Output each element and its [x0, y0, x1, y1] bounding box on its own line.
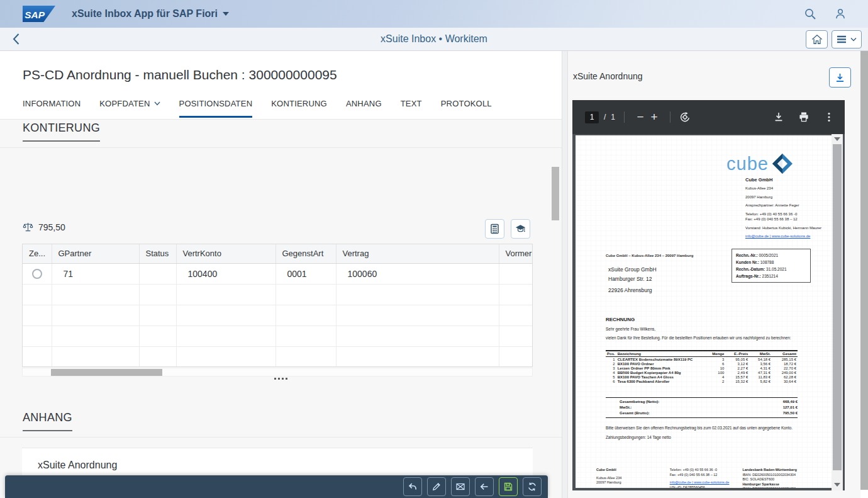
tab-anhang[interactable]: ANHANG — [346, 99, 382, 118]
table-row-empty[interactable] — [23, 346, 533, 367]
table-row-empty[interactable] — [23, 325, 533, 346]
refresh-button[interactable] — [523, 477, 542, 496]
calculate-button[interactable] — [485, 219, 504, 239]
viewer-title: xSuite Anordnung — [573, 71, 643, 81]
pdf-vertical-scrollbar[interactable] — [832, 134, 843, 490]
invoice-recipient: xSuite Group GmbH Hamburger Str. 12 2292… — [608, 265, 657, 295]
invoice-payment-terms: Zahlungsbedingungen: 14 Tage netto — [606, 435, 671, 439]
svg-text:SAP: SAP — [25, 9, 45, 20]
app-title: xSuite Inbox App für SAP Fiori — [72, 8, 218, 20]
pdf-download-icon[interactable] — [773, 111, 784, 123]
undo-icon — [408, 482, 418, 492]
tab-positionsdaten[interactable]: POSITIONSDATEN — [179, 99, 253, 118]
section-kontierung-header: KONTIERUNG — [0, 120, 562, 148]
tab-protokoll[interactable]: PROTOKOLL — [441, 99, 492, 118]
back-icon[interactable] — [10, 33, 23, 45]
invoice-intro: vielen Dank für Ihre Bestellung. Für die… — [606, 336, 813, 340]
arrow-left-icon — [479, 482, 489, 492]
scroll-up-arrow[interactable] — [834, 137, 840, 141]
scrollbar-thumb[interactable] — [51, 369, 162, 376]
page-header-bar: xSuite Inbox • Workitem — [0, 28, 868, 51]
col-status[interactable]: Status — [139, 244, 176, 263]
footer-links[interactable]: info@cube.de | www.cube-solutions.de — [670, 480, 743, 485]
balance-indicator: 795,50 — [23, 222, 65, 232]
panel-vertical-scrollbar[interactable] — [552, 167, 559, 220]
simulate-button[interactable] — [511, 219, 530, 239]
graduation-cap-icon — [515, 224, 526, 234]
user-icon[interactable] — [834, 8, 847, 20]
page-title: PS-CD Anordnung - manuell Buchen : 30000… — [23, 67, 337, 82]
invoice-totals: Gesamtbetrag (Netto):668,49 € MwSt.:127,… — [606, 397, 798, 418]
table-horizontal-scrollbar[interactable] — [22, 368, 533, 376]
tab-kopfdaten[interactable]: KOPFDATEN — [99, 99, 160, 118]
app-title-menu[interactable]: xSuite Inbox App für SAP Fiori — [72, 8, 229, 20]
rotate-icon[interactable] — [679, 111, 691, 123]
pdf-toolbar: 1 / 1 − + — [572, 100, 845, 134]
undo-button[interactable] — [403, 477, 422, 496]
pencil-icon — [431, 482, 442, 492]
col-vertrkonto[interactable]: VertrKonto — [176, 244, 275, 263]
window-edge-scrollbar[interactable] — [860, 51, 868, 490]
col-gpartner[interactable]: GPartner — [52, 244, 139, 263]
search-icon[interactable] — [804, 8, 816, 20]
pdf-viewer: 1 / 1 − + — [572, 100, 845, 490]
workitem-panel: PS-CD Anordnung - manuell Buchen : 30000… — [0, 51, 562, 498]
tab-kontierung[interactable]: KONTIERUNG — [271, 99, 327, 118]
zoom-out-button[interactable]: − — [633, 110, 647, 124]
save-button[interactable] — [499, 477, 518, 496]
home-icon — [811, 34, 823, 45]
scroll-down-arrow[interactable] — [834, 483, 840, 487]
back-step-button[interactable] — [475, 477, 494, 496]
balance-scale-icon — [23, 222, 33, 232]
col-vertrag[interactable]: Vertrag — [336, 244, 499, 263]
company-links[interactable]: info@cube.de | www.cube-solutions.de — [745, 234, 825, 239]
download-attachment-button[interactable] — [829, 67, 851, 88]
attachment-viewer-panel: xSuite Anordnung 1 / 1 − + — [568, 51, 860, 498]
calculator-icon — [489, 224, 500, 234]
chevron-down-icon — [223, 12, 229, 16]
balance-value: 795,50 — [38, 222, 65, 232]
edit-button[interactable] — [427, 477, 446, 496]
save-icon — [503, 482, 513, 492]
invoice-footer: Cube GmbH Kubus-Allee 234 20097 Hamburg … — [596, 468, 816, 488]
invoice-salutation: Sehr geehrte Frau Wilkens, — [606, 327, 655, 331]
home-button[interactable] — [806, 30, 828, 48]
tab-information[interactable]: INFORMATION — [23, 99, 81, 118]
pdf-document-area: cube Cube GmbH Kubus-Allee 234 20097 Ham… — [572, 134, 845, 490]
sap-logo[interactable]: SAP — [23, 6, 55, 22]
action-footer-bar — [5, 475, 548, 498]
tab-text[interactable]: TEXT — [401, 99, 422, 118]
kontierung-table: Ze... GPartner Status VertrKonto Gegenst… — [22, 244, 533, 367]
overflow-menu-icon[interactable] — [823, 111, 835, 123]
page-number-input[interactable]: 1 — [585, 111, 599, 123]
cube-logo: cube — [726, 153, 793, 174]
breadcrumb-title: xSuite Inbox • Workitem — [0, 33, 868, 45]
invoice-meta-box: Rechn.-Nr.: 0005/2021 Kunden Nr.: 108788… — [732, 249, 811, 283]
col-vormerk[interactable]: Vormerk — [499, 244, 533, 263]
print-icon[interactable] — [798, 111, 810, 123]
invoice-payment-note: Bitte überweisen Sie den offenen Rechnun… — [606, 426, 793, 430]
refresh-icon — [527, 482, 537, 492]
invoice-page: cube Cube GmbH Kubus-Allee 234 20097 Ham… — [576, 135, 832, 488]
row-select-radio[interactable] — [32, 269, 42, 279]
zoom-in-button[interactable]: + — [647, 110, 661, 124]
invoice-company-block: Cube GmbH Kubus-Allee 234 20097 Hamburg … — [745, 177, 825, 243]
col-gegenstart[interactable]: GegenstArt — [275, 244, 336, 263]
section-anhang-header: ANHANG — [0, 409, 562, 438]
invoice-doc-title: RECHNUNG — [606, 317, 635, 322]
invoice-items-table: Pos. Bezeichnung Menge E.-Preis MwSt. Ge… — [606, 350, 798, 383]
cube-diamond-icon — [772, 153, 793, 174]
mail-button[interactable] — [451, 477, 470, 496]
table-row-empty[interactable] — [23, 284, 533, 305]
chevron-down-icon — [154, 101, 160, 106]
table-row-empty[interactable] — [23, 305, 533, 325]
application-window: SAP xSuite Inbox App für SAP Fiori xSuit… — [0, 0, 868, 498]
resize-grip[interactable] — [274, 378, 287, 380]
page-separator: / — [604, 113, 606, 122]
col-zeile[interactable]: Ze... — [23, 244, 52, 263]
mail-icon — [455, 482, 465, 492]
table-row[interactable]: 71 100400 0001 100060 — [23, 263, 533, 284]
panel-splitter[interactable] — [562, 51, 568, 498]
pdf-scrollbar-thumb[interactable] — [833, 144, 842, 470]
options-menu-button[interactable] — [832, 30, 862, 48]
